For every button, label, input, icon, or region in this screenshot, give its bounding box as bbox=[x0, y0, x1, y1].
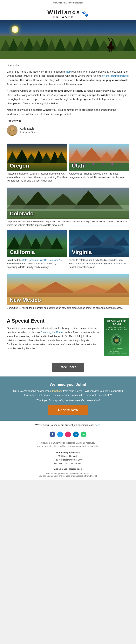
instagram-icon[interactable]: i bbox=[65, 432, 71, 438]
add-address-area: Add us to your address book bbox=[0, 466, 136, 471]
svg-line-20 bbox=[110, 49, 110, 52]
donations-link[interactable]: donations bbox=[51, 390, 62, 392]
hiring-text-pre: We’re hiring! To check out current job o… bbox=[35, 424, 95, 426]
event-date: March 24 bbox=[69, 335, 80, 338]
linkedin-icon[interactable]: in bbox=[73, 432, 79, 438]
state-label-oregon: Oregon bbox=[10, 163, 29, 169]
for-wild: For the wild, bbox=[7, 119, 129, 123]
hero-trees bbox=[0, 36, 136, 59]
book-link[interactable]: Rescuing the Planet bbox=[41, 331, 63, 334]
state-card-oregon: Oregon bbox=[7, 144, 67, 171]
state-card-california: California bbox=[7, 230, 67, 257]
state-label-utah: Utah bbox=[72, 163, 84, 169]
state-label-colorado: Colorado bbox=[10, 210, 34, 217]
state-desc-utah: Approved $1 million to address one of th… bbox=[69, 172, 129, 179]
svg-point-50 bbox=[102, 164, 104, 165]
logo-area: Wildlands NETWORK 🐾 bbox=[0, 6, 136, 20]
sig-title: Executive Director bbox=[20, 131, 39, 134]
state-desc-virginia: Seeks to establish and fund a Wildlife C… bbox=[69, 258, 129, 269]
pref-text: You can bbox=[39, 475, 47, 477]
hiring-text-post: . bbox=[100, 424, 101, 426]
state-desc-california: Introduced the Safe Roads and Wildlife P… bbox=[7, 258, 67, 269]
footer-address: Our mailing address is: Wildlands Networ… bbox=[0, 450, 136, 466]
signature-area: Katie Davis Executive Director bbox=[7, 125, 129, 136]
sun-decoration bbox=[12, 26, 18, 33]
state-utah-container: Utah Approved $1 million to address one … bbox=[69, 144, 129, 186]
rsvp-button[interactable]: RSVP here bbox=[52, 363, 84, 372]
svg-rect-59 bbox=[7, 205, 129, 211]
avatar bbox=[7, 125, 17, 136]
logo-line1: Wildlands bbox=[47, 9, 80, 15]
state-label-newmexico: New Mexico bbox=[10, 297, 41, 303]
safe-roads-link[interactable]: Safe Roads and Wildlife Protection Act bbox=[22, 259, 62, 262]
greeting: Dear John, bbox=[7, 63, 129, 67]
svg-point-31 bbox=[10, 127, 14, 131]
view-in-browser-link[interactable]: View this email in your browser bbox=[53, 2, 83, 4]
svg-point-52 bbox=[121, 164, 122, 166]
twitter-icon[interactable]: t bbox=[57, 432, 63, 438]
event-desc: One million species of plants and animal… bbox=[7, 326, 100, 350]
state-california-container: California Introduced the Safe Roads and… bbox=[7, 230, 67, 272]
state-label-california: California bbox=[10, 249, 35, 255]
intro-paragraph: Earlier this month, the New York Times r… bbox=[7, 70, 129, 86]
social-bar: f t i in ▶ bbox=[0, 429, 136, 440]
hero-image bbox=[0, 20, 136, 59]
unsubscribe-link[interactable]: unsubscribe bbox=[73, 475, 85, 477]
logo-paw-icon: 🐾 bbox=[82, 11, 89, 17]
state-oregon-container: Oregon Passed the bipartisan Wildlife Cr… bbox=[7, 144, 67, 186]
avatar-image bbox=[7, 125, 17, 136]
state-row-newmexico: New Mexico Committed $2 million for the … bbox=[7, 274, 129, 310]
body-text: Dear John, Earlier this month, the New Y… bbox=[0, 59, 136, 144]
state-desc-newmexico: Committed $2 million for the design and … bbox=[7, 306, 129, 310]
rsvp-area: RSVP here bbox=[0, 361, 136, 376]
street-address: 329 W Pierpoint Ave Ste 300 bbox=[54, 458, 82, 461]
state-row-colorado: Colorado Proposed $25 million for wildli… bbox=[7, 188, 129, 227]
map-link[interactable]: map bbox=[65, 70, 71, 73]
donate-button[interactable]: Donate Now bbox=[48, 405, 88, 415]
signature-info: Katie Davis Executive Director bbox=[20, 126, 39, 135]
event-section: A Special Event One million species of p… bbox=[0, 313, 136, 361]
book-cover-title: RESCUING THE PLANET bbox=[106, 320, 127, 326]
address-label: Our mailing address is: bbox=[56, 452, 80, 454]
event-text: A Special Event One million species of p… bbox=[7, 318, 100, 350]
book-cover-icon bbox=[111, 334, 122, 346]
facebook-icon[interactable]: f bbox=[50, 432, 55, 438]
svg-point-49 bbox=[93, 163, 94, 165]
state-label-virginia: Virginia bbox=[72, 249, 92, 255]
svg-point-32 bbox=[9, 131, 15, 135]
projects-link[interactable]: on-the-ground projects bbox=[102, 74, 129, 77]
sig-name: Katie Davis bbox=[20, 126, 39, 131]
city-address: Salt Lake City, UT 84101-1742 bbox=[53, 462, 82, 464]
state-card-colorado: Colorado bbox=[7, 188, 129, 219]
donation-section: We need you, John! Our projects depend o… bbox=[0, 376, 136, 421]
donation-text: Our projects depend on generous donation… bbox=[10, 389, 126, 397]
book-cover-subtitle: PROTECTING HALF THE LAND TO HEAL THE EAR… bbox=[106, 327, 127, 331]
org-name: Wildlands Network bbox=[58, 455, 78, 458]
svg-point-19 bbox=[110, 42, 112, 44]
state-row-cal-va: California Introduced the Safe Roads and… bbox=[7, 230, 129, 272]
state-virginia-container: Virginia Seeks to establish and fund a W… bbox=[69, 230, 129, 272]
quote-paragraph: "Protecting wildlife corridors is a nece… bbox=[7, 89, 129, 106]
book-cover: RESCUING THE PLANET PROTECTING HALF THE … bbox=[104, 318, 129, 356]
book-cover-author-label: TONY HISS bbox=[110, 347, 123, 350]
state-grid: Oregon Passed the bipartisan Wildlife Cr… bbox=[0, 144, 136, 310]
hiring-link[interactable]: here bbox=[95, 424, 100, 426]
footer-prefs: Want to change how you receive these ema… bbox=[0, 471, 136, 480]
email-container: View this email in your browser Wildland… bbox=[0, 0, 136, 480]
other-social-icon[interactable]: ▶ bbox=[81, 432, 86, 438]
event-title: A Special Event bbox=[7, 318, 100, 324]
top-bar: View this email in your browser bbox=[0, 0, 136, 6]
closing-paragraph: None of this would be possible without y… bbox=[7, 108, 129, 116]
book-cover-author-sub: AUTHOR OF THE EXPERIENCE OF PLACE bbox=[106, 350, 127, 354]
update-prefs-link[interactable]: update your preferences bbox=[47, 475, 70, 477]
copyright-text: Copyright © 2022 Wildlands Network. All … bbox=[6, 441, 130, 445]
footer-legal: Copyright © 2022 Wildlands Network. All … bbox=[0, 440, 136, 450]
state-card-newmexico: New Mexico bbox=[7, 274, 129, 305]
state-desc-colorado: Proposed $25 million for wildlife crossi… bbox=[7, 220, 129, 227]
svg-line-21 bbox=[112, 49, 112, 52]
logo-line2: NETWORK bbox=[47, 15, 80, 18]
pref-pre: Want to change how you receive these ema… bbox=[46, 472, 90, 475]
donation-title: We need you, John! bbox=[10, 382, 126, 387]
state-row-oregon-utah: Oregon Passed the bipartisan Wildlife Cr… bbox=[7, 144, 129, 186]
add-address-link[interactable]: Add us to your address book bbox=[54, 468, 82, 470]
